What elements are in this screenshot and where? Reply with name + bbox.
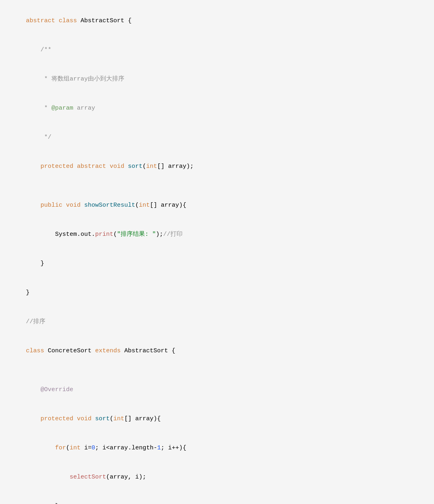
- sort2-params2: [] array){: [124, 415, 161, 422]
- comment-line-3: * 将数组array由小到大排序: [26, 76, 124, 83]
- sort2-params: (: [110, 415, 113, 422]
- code-line-3: * 将数组array由小到大排序: [4, 65, 426, 94]
- code-line-7: [4, 181, 426, 191]
- selectsort-call-indent: [26, 474, 70, 481]
- code-editor: abstract class AbstractSort { /** * 将数组a…: [0, 0, 434, 504]
- code-line-8: public void showSortResult(int[] array){: [4, 191, 426, 220]
- kw-for: for: [26, 445, 66, 451]
- param-array: array);: [168, 163, 194, 170]
- code-line-18: selectSort(array, i);: [4, 463, 426, 492]
- for-cond: ; i<array.length-: [95, 445, 157, 451]
- method-sort2: sort: [95, 415, 110, 422]
- kw-void: void: [110, 163, 128, 170]
- comment-line-4: *: [26, 105, 51, 112]
- sort-params: (: [143, 163, 146, 170]
- classname-abstractsort2: AbstractSort {: [124, 347, 175, 354]
- code-line-4: * @param array: [4, 94, 426, 123]
- kw-int2: int: [139, 202, 150, 209]
- selectsort-args: (array, i);: [106, 474, 146, 481]
- kw-int3: int: [113, 415, 124, 422]
- kw-extends: extends: [95, 347, 124, 354]
- print-close: );: [156, 231, 163, 238]
- code-line-5: */: [4, 123, 426, 152]
- comment-sort: //排序: [26, 318, 45, 325]
- override-annotation: @Override: [40, 386, 73, 393]
- annotation-override: [26, 386, 40, 393]
- code-line-16: protected void sort(int[] array){: [4, 404, 426, 434]
- kw-int4: int: [70, 445, 81, 451]
- num-0: 0: [91, 445, 95, 451]
- for-incr: ; i++){: [161, 445, 186, 451]
- kw-int: int: [146, 163, 157, 170]
- code-line-2: /**: [4, 36, 426, 65]
- code-line-1: abstract class AbstractSort {: [4, 6, 426, 36]
- show-params: (: [135, 202, 139, 209]
- for-paren: (: [66, 445, 70, 451]
- print-paren: (: [113, 231, 117, 238]
- string-literal: "排序结果: ": [117, 231, 156, 238]
- code-line-19: }: [4, 492, 426, 504]
- method-sort: sort: [128, 163, 143, 170]
- kw-class2: class: [26, 347, 48, 354]
- code-line-17: for(int i=0; i<array.length-1; i++){: [4, 434, 426, 463]
- keyword-abstract: abstract: [26, 17, 59, 24]
- code-line-10: }: [4, 249, 426, 278]
- bracket1: []: [157, 163, 168, 170]
- comment-javadoc-close: */: [26, 134, 51, 141]
- kw-public: public: [26, 202, 66, 209]
- num-1: 1: [157, 445, 161, 451]
- comment-param: @param: [51, 105, 73, 112]
- keyword-class: class: [59, 17, 81, 24]
- kw-protected2: protected: [26, 415, 77, 422]
- code-line-11: }: [4, 278, 426, 307]
- classname-concretesort: ConcreteSort: [48, 347, 95, 354]
- inline-comment: //打印: [163, 231, 183, 238]
- close-brace-class1: }: [26, 289, 30, 296]
- kw-abstract2: abstract: [77, 163, 110, 170]
- for-init: i=: [81, 445, 91, 451]
- close-brace-1: }: [26, 260, 44, 267]
- method-print: print: [95, 231, 113, 238]
- comment-param-name: array: [73, 105, 95, 112]
- kw-void2: void: [66, 202, 84, 209]
- code-line-14: [4, 366, 426, 375]
- kw-void3: void: [77, 415, 95, 422]
- method-selectsort-call: selectSort: [70, 474, 106, 481]
- code-line-15: @Override: [4, 375, 426, 404]
- show-params2: [] array){: [150, 202, 186, 209]
- code-line-6: protected abstract void sort(int[] array…: [4, 152, 426, 181]
- code-line-9: System.out.print("排序结果: ");//打印: [4, 220, 426, 249]
- code-line-13: class ConcreteSort extends AbstractSort …: [4, 337, 426, 366]
- comment-javadoc-open: /**: [26, 47, 51, 53]
- system-out: System.out.: [26, 231, 95, 238]
- code-line-12: //排序: [4, 307, 426, 337]
- kw-protected: protected: [26, 163, 77, 170]
- classname-abstractsort: AbstractSort {: [81, 17, 132, 24]
- method-showsortresult: showSortResult: [84, 202, 135, 209]
